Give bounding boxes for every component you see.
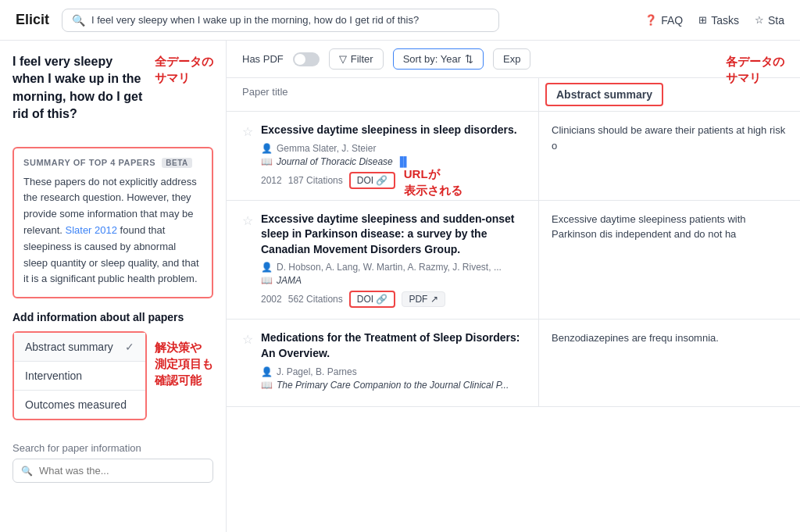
paper-info: Excessive daytime sleepiness in sleep di… — [261, 123, 523, 189]
search-icon: 🔍 — [72, 14, 85, 27]
authors-text: J. Pagel, B. Parnes — [277, 366, 357, 377]
main-layout: I feel very sleepy when I wake up in the… — [0, 41, 800, 532]
abstract-text: Excessive daytime sleepiness patients wi… — [552, 213, 746, 241]
abstract-text: Clinicians should be aware their patient… — [552, 124, 785, 152]
star-button[interactable]: ☆ — [242, 332, 253, 347]
has-pdf-label: Has PDF — [242, 53, 284, 65]
star-button[interactable]: ☆ — [242, 124, 253, 139]
table-row: ☆ Medications for the Treatment of Sleep… — [227, 320, 800, 406]
search-small-icon: 🔍 — [21, 466, 33, 477]
authors-text: D. Hobson, A. Lang, W. Martin, A. Razmy,… — [277, 262, 502, 273]
sta-icon: ☆ — [755, 14, 764, 26]
header-actions: ❓ FAQ ⊞ Tasks ☆ Sta — [645, 14, 784, 27]
table-row: ☆ Excessive daytime sleepiness and sudde… — [227, 201, 800, 320]
export-label: Exp — [503, 53, 520, 65]
paper-info: Excessive daytime sleepiness and sudden-… — [261, 212, 523, 309]
summary-text: These papers do not explicitly address t… — [23, 174, 202, 288]
abstract-text: Benzodiazepines are frequ insomnia. — [552, 332, 719, 344]
paper-title-cell: ☆ Excessive daytime sleepiness in sleep … — [227, 112, 539, 200]
paper-abstract-cell: Excessive daytime sleepiness patients wi… — [539, 201, 800, 320]
journal-icon: 📖 — [261, 275, 273, 286]
paper-citations: 562 Citations — [288, 294, 343, 305]
search-input[interactable] — [91, 14, 489, 26]
checkmark-icon: ✓ — [125, 341, 134, 353]
info-item-abstract[interactable]: Abstract summary ✓ — [14, 333, 145, 362]
tasks-label: Tasks — [711, 14, 739, 27]
tasks-icon: ⊞ — [698, 14, 707, 26]
slater-link[interactable]: Slater 2012 — [65, 224, 117, 236]
doi-button[interactable]: DOI 🔗 — [349, 291, 396, 308]
paper-year: 2002 — [261, 294, 282, 305]
journal-name: The Primary Care Companion to the Journa… — [277, 380, 509, 391]
paper-authors: 👤 D. Hobson, A. Lang, W. Martin, A. Razm… — [261, 262, 523, 273]
paper-title[interactable]: Medications for the Treatment of Sleep D… — [261, 330, 523, 361]
content-header: Has PDF ▽ Filter Sort by: Year ⇅ Exp 各デー… — [227, 41, 800, 78]
paper-journal: 📖 Journal of Thoracic Disease ▐▌ — [261, 156, 523, 167]
journal-name: JAMA — [277, 275, 302, 286]
doi-label: DOI 🔗 — [357, 294, 388, 305]
paper-search-field[interactable] — [39, 465, 205, 477]
authors-icon: 👤 — [261, 143, 273, 154]
col-header-title: Paper title — [227, 78, 539, 111]
toggle-knob — [295, 54, 305, 65]
paper-title[interactable]: Excessive daytime sleepiness and sudden-… — [261, 212, 523, 258]
paper-journal: 📖 JAMA — [261, 275, 523, 286]
paper-title-cell: ☆ Medications for the Treatment of Sleep… — [227, 320, 539, 405]
journal-icon: 📖 — [261, 156, 273, 167]
paper-year: 2012 — [261, 175, 282, 186]
annotation-columns: 解決策や 測定項目も 確認可能 — [155, 339, 213, 388]
search-paper-input[interactable]: 🔍 — [12, 459, 213, 483]
paper-meta: 2002 562 Citations DOI 🔗 PDF ↗ — [261, 291, 523, 308]
authors-icon: 👤 — [261, 366, 273, 377]
has-pdf-toggle[interactable] — [293, 52, 320, 66]
search-bar[interactable]: 🔍 — [62, 9, 499, 32]
search-paper-label: Search for paper information — [12, 442, 213, 454]
paper-authors: 👤 J. Pagel, B. Parnes — [261, 366, 523, 377]
beta-badge: BETA — [162, 158, 192, 168]
export-button[interactable]: Exp — [493, 48, 530, 70]
paper-abstract-cell: Clinicians should be aware their patient… — [539, 112, 800, 200]
annotation-url: URLが 表示される — [404, 166, 462, 198]
sta-label: Sta — [768, 14, 784, 27]
search-paper-section: Search for paper information 🔍 — [12, 442, 213, 483]
info-item-intervention[interactable]: Intervention — [14, 362, 145, 391]
authors-icon: 👤 — [261, 262, 273, 273]
sta-button[interactable]: ☆ Sta — [755, 14, 784, 27]
annotation-all-summary: 全データの サマリ — [155, 53, 213, 86]
pdf-button[interactable]: PDF ↗ — [402, 291, 445, 307]
paper-meta: 2012 187 Citations DOI 🔗 URLが 表示される — [261, 172, 523, 189]
col-header-abstract: Abstract summary — [545, 83, 663, 106]
annotation-each-summary: 各データの サマリ — [726, 53, 784, 86]
filter-icon: ▽ — [339, 53, 347, 65]
doi-button[interactable]: DOI 🔗 — [349, 172, 396, 189]
faq-icon: ❓ — [645, 14, 657, 26]
paper-title-cell: ☆ Excessive daytime sleepiness and sudde… — [227, 201, 539, 320]
pdf-label: PDF ↗ — [409, 294, 438, 305]
journal-icon: 📖 — [261, 380, 273, 391]
info-item-outcomes[interactable]: Outcomes measured — [14, 391, 145, 419]
query-title: I feel very sleepy when I wake up in the… — [12, 53, 147, 123]
filter-button[interactable]: ▽ Filter — [329, 48, 384, 70]
filter-label: Filter — [351, 53, 373, 65]
star-button[interactable]: ☆ — [242, 213, 253, 228]
sort-label: Sort by: Year — [403, 53, 461, 65]
table-row: ☆ Excessive daytime sleepiness in sleep … — [227, 112, 800, 201]
sort-button[interactable]: Sort by: Year ⇅ — [393, 48, 484, 70]
journal-name: Journal of Thoracic Disease — [277, 156, 393, 167]
info-list: Abstract summary ✓ Intervention Outcomes… — [12, 331, 147, 420]
summary-box: SUMMARY OF TOP 4 PAPERS BETA These paper… — [12, 147, 213, 299]
paper-info: Medications for the Treatment of Sleep D… — [261, 330, 523, 395]
doi-label: DOI 🔗 — [357, 175, 388, 186]
paper-title[interactable]: Excessive daytime sleepiness in sleep di… — [261, 123, 523, 138]
tasks-button[interactable]: ⊞ Tasks — [698, 14, 739, 27]
bar-chart-icon: ▐▌ — [397, 156, 410, 167]
sidebar: I feel very sleepy when I wake up in the… — [0, 41, 227, 532]
content-area: Has PDF ▽ Filter Sort by: Year ⇅ Exp 各デー… — [227, 41, 800, 532]
table-headers: Paper title Abstract summary — [227, 78, 800, 112]
add-info-title: Add information about all papers — [12, 311, 213, 323]
paper-authors: 👤 Gemma Slater, J. Steier — [261, 143, 523, 154]
paper-journal: 📖 The Primary Care Companion to the Jour… — [261, 380, 523, 391]
faq-button[interactable]: ❓ FAQ — [645, 14, 683, 27]
paper-citations: 187 Citations — [288, 175, 343, 186]
app-header: Elicit 🔍 ❓ FAQ ⊞ Tasks ☆ Sta — [0, 0, 800, 41]
